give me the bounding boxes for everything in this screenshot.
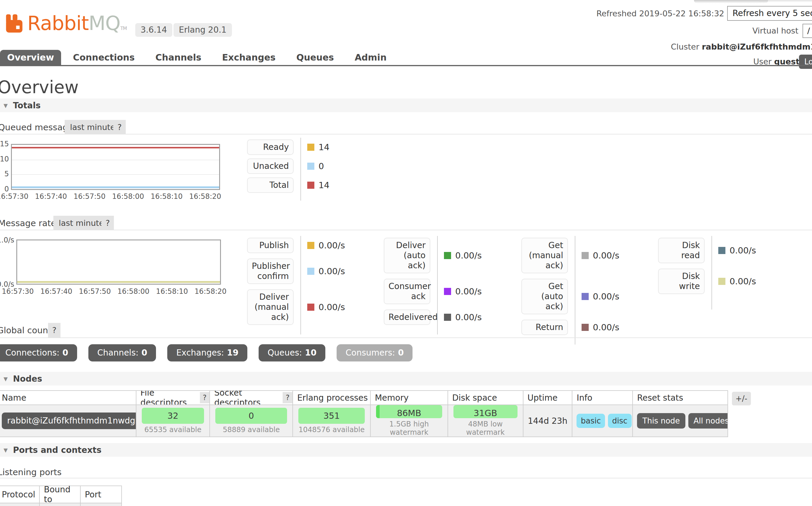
- consumer-ack-toggle-button[interactable]: Consumer ack: [384, 279, 430, 304]
- ready-toggle-button[interactable]: Ready: [247, 140, 294, 155]
- nodes-section-header[interactable]: ▼ Nodes: [0, 372, 812, 386]
- columns-plus-minus-button[interactable]: +/-: [732, 392, 751, 405]
- fd-available-text: 65535 available: [142, 426, 204, 434]
- get-manual-color-swatch: [582, 252, 589, 259]
- legend-row-deliver-auto: Deliver (auto ack) 0.00/s: [384, 238, 482, 273]
- ports-section-header[interactable]: ▼ Ports and contexts: [0, 443, 812, 457]
- reset-this-node-button[interactable]: This node: [637, 413, 685, 429]
- collapse-triangle-icon: ▼: [4, 102, 8, 109]
- unacked-color-swatch: [307, 163, 314, 170]
- info-badge-basic: basic: [577, 414, 605, 428]
- publish-toggle-button[interactable]: Publish: [247, 238, 294, 253]
- queued-ytick-15: 15: [0, 140, 9, 148]
- legend-divider: [300, 138, 301, 200]
- legend-row-get-manual: Get (manual ack) 0.00/s: [521, 238, 619, 273]
- rates-help-icon[interactable]: ?: [101, 216, 114, 230]
- tab-connections[interactable]: Connections: [64, 50, 143, 65]
- tab-admin[interactable]: Admin: [346, 50, 396, 65]
- totals-section-header[interactable]: ▼ Totals: [0, 98, 812, 112]
- disk-read-toggle-button[interactable]: Disk read: [658, 238, 705, 263]
- legend-divider: [300, 236, 301, 334]
- virtual-host-select[interactable]: /: [803, 24, 812, 38]
- legend-row-disk-write: Disk write 0.00/s: [658, 269, 756, 294]
- queued-xtick-0: 16:57:30: [0, 192, 32, 200]
- message-rates-chart: [16, 240, 221, 284]
- ports-section-title: Ports and contexts: [13, 445, 101, 455]
- nodes-table: Name File descriptors? Socket descriptor…: [0, 390, 728, 437]
- sd-header-label: Socket descriptors: [214, 391, 279, 405]
- sd-usage-bar: 0: [215, 408, 287, 424]
- publish-value-wrap: 0.00/s: [307, 240, 345, 250]
- get-auto-toggle-button[interactable]: Get (auto ack): [521, 279, 568, 314]
- sd-available-text: 58889 available: [215, 426, 287, 434]
- memory-used-segment: [376, 405, 380, 418]
- publisher-confirm-toggle-button[interactable]: Publisher confirm: [247, 258, 294, 284]
- queued-help-icon[interactable]: ?: [113, 120, 126, 135]
- browser-shadow-artifact: [694, 0, 768, 3]
- get-auto-rate-value: 0.00/s: [593, 291, 619, 302]
- unacked-toggle-button[interactable]: Unacked: [247, 159, 294, 174]
- refresh-interval-select[interactable]: Refresh every 5 seconds: [727, 6, 812, 21]
- disk-write-toggle-button[interactable]: Disk write: [658, 269, 705, 294]
- listening-ports-table: Protocol Bound to Port: [0, 486, 122, 506]
- queued-range-chip[interactable]: last minute: [65, 120, 121, 135]
- totals-section-title: Totals: [13, 101, 40, 110]
- deliver-auto-toggle-button[interactable]: Deliver (auto ack): [384, 238, 430, 273]
- connections-count-badge: Connections:0: [0, 344, 77, 361]
- main-nav-tabs: Overview Connections Channels Exchanges …: [0, 50, 396, 65]
- fd-help-icon[interactable]: ?: [200, 392, 210, 403]
- exchanges-count-label: Exchanges:: [176, 348, 224, 358]
- get-auto-value-wrap: 0.00/s: [582, 291, 619, 302]
- disk-write-color-swatch: [718, 278, 725, 285]
- info-cell: basic disc 1: [572, 405, 633, 436]
- tab-overview[interactable]: Overview: [0, 50, 61, 65]
- logo-mq-text: MQ: [89, 12, 120, 35]
- get-manual-toggle-button[interactable]: Get (manual ack): [521, 238, 568, 273]
- tab-channels[interactable]: Channels: [146, 50, 210, 65]
- uptime-header-label: Uptime: [528, 393, 558, 403]
- cluster-info: Cluster rabbit@iZuf6fkfhthmdm1nwdg5isZ: [671, 42, 812, 51]
- rates-xtick-1: 16:57:40: [37, 287, 76, 296]
- ready-color-swatch: [307, 144, 314, 151]
- consumer-ack-rate-value: 0.00/s: [455, 286, 482, 297]
- legend-row-get-auto: Get (auto ack) 0.00/s: [521, 279, 619, 314]
- deliver-manual-color-swatch: [307, 304, 314, 311]
- return-toggle-button[interactable]: Return: [521, 320, 568, 335]
- bound-to-cell: [40, 503, 81, 506]
- col-header-info: Info: [572, 391, 633, 405]
- deliver-manual-toggle-button[interactable]: Deliver (manual ack): [247, 289, 294, 325]
- fd-usage-bar: 32: [142, 408, 204, 424]
- total-color-swatch: [307, 182, 314, 189]
- total-toggle-button[interactable]: Total: [247, 177, 294, 193]
- legend-row-disk-read: Disk read 0.00/s: [658, 238, 756, 263]
- listening-ports-label: Listening ports: [0, 467, 62, 477]
- reset-all-nodes-button[interactable]: All nodes: [688, 413, 727, 429]
- deliver-auto-color-swatch: [444, 252, 451, 259]
- col-header-erlang-processes: Erlang processes: [293, 391, 371, 405]
- queued-xtick-4: 16:58:10: [147, 192, 186, 200]
- divider: [0, 337, 812, 338]
- global-counts-label: Global counts: [0, 325, 56, 335]
- global-counts-help-icon[interactable]: ?: [48, 323, 61, 337]
- tab-exchanges[interactable]: Exchanges: [213, 50, 284, 65]
- connections-count-value: 0: [62, 348, 68, 358]
- rabbitmq-logo-icon: [4, 14, 24, 35]
- legend-row-redelivered: Redelivered 0.00/s: [384, 310, 482, 325]
- rates-range-chip[interactable]: last minute: [54, 216, 109, 230]
- redelivered-value-wrap: 0.00/s: [444, 312, 482, 322]
- sd-help-icon[interactable]: ?: [283, 392, 292, 403]
- legend-row-deliver-manual: Deliver (manual ack) 0.00/s: [247, 289, 345, 325]
- version-badge: 3.6.14: [135, 23, 172, 37]
- rates-xtick-5: 16:58:20: [191, 287, 230, 296]
- tab-queues[interactable]: Queues: [287, 50, 343, 65]
- erlang-version-badge: Erlang 20.1: [174, 23, 232, 37]
- ep-header-label: Erlang processes: [297, 393, 368, 403]
- redelivered-toggle-button[interactable]: Redelivered: [384, 310, 430, 325]
- return-rate-value: 0.00/s: [593, 322, 619, 332]
- message-rates-label: Message rates: [0, 218, 61, 228]
- logout-button[interactable]: Log out: [799, 55, 812, 69]
- browser-shadow-artifact-2: [759, 0, 812, 2]
- redelivered-rate-value: 0.00/s: [455, 312, 482, 322]
- queued-messages-chart: [11, 144, 220, 190]
- legend-divider: [437, 236, 438, 334]
